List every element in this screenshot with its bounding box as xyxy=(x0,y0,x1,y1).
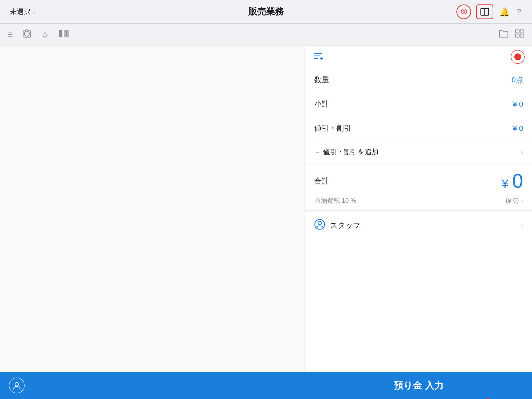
chevron-right-icon: › xyxy=(521,148,523,156)
svg-rect-9 xyxy=(66,30,67,37)
list-view-icon[interactable]: ≡ xyxy=(7,29,13,40)
header-left: 未選択 ⌄ xyxy=(10,7,36,17)
barcode-icon[interactable] xyxy=(58,29,70,40)
svg-rect-10 xyxy=(67,30,68,37)
discount-label: 値引・割引 xyxy=(314,123,351,133)
staff-row[interactable]: スタッフ › xyxy=(305,212,532,239)
staff-label: スタッフ xyxy=(330,220,361,231)
staff-chevron-icon: › xyxy=(521,222,523,230)
user-icon xyxy=(9,378,25,393)
grid-view-icon[interactable] xyxy=(515,29,525,40)
svg-rect-13 xyxy=(520,30,524,33)
tax-chevron-icon: › xyxy=(521,197,523,205)
discount-row: 値引・割引 ¥ 0 xyxy=(305,116,532,140)
notification-button[interactable]: 🔔 xyxy=(498,6,511,18)
toolbar-left: ≡ ☆ xyxy=(7,29,499,40)
discount-value: ¥ 0 xyxy=(513,124,523,133)
order-panel: 数量 0点 小計 ¥ 0 値引・割引 ¥ 0 － 値引・割引を追加 › 合計 ¥… xyxy=(305,46,532,372)
pay-label: 預り金 入力 xyxy=(394,379,444,392)
total-row: 合計 ¥ 0 xyxy=(305,164,532,195)
toolbar-right xyxy=(499,29,525,40)
chevron-down-icon: ⌄ xyxy=(32,9,36,15)
svg-rect-4 xyxy=(60,30,61,37)
product-toolbar: ≡ ☆ xyxy=(0,24,532,46)
svg-rect-6 xyxy=(63,30,63,37)
yen-symbol: ¥ xyxy=(502,177,508,190)
subtotal-label: 小計 xyxy=(314,99,329,109)
page-title: 販売業務 xyxy=(248,6,284,18)
unselected-label: 未選択 xyxy=(10,7,31,17)
svg-rect-8 xyxy=(65,30,66,37)
svg-rect-7 xyxy=(64,30,65,37)
favorites-icon[interactable]: ☆ xyxy=(41,29,49,40)
svg-rect-11 xyxy=(68,30,69,37)
quantity-row: 数量 0点 xyxy=(305,68,532,92)
total-label: 合計 xyxy=(314,176,329,186)
order-toolbar xyxy=(305,46,532,68)
main-container: 数量 0点 小計 ¥ 0 値引・割引 ¥ 0 － 値引・割引を追加 › 合計 ¥… xyxy=(0,46,532,372)
product-list-panel xyxy=(0,46,305,372)
quantity-label: 数量 xyxy=(314,75,329,85)
record-dot xyxy=(514,53,521,60)
badge-1-circle: ① xyxy=(456,4,471,19)
total-number: 0 xyxy=(512,170,523,192)
section-divider xyxy=(305,209,532,212)
svg-point-22 xyxy=(318,221,321,225)
svg-point-2 xyxy=(24,31,29,36)
tax-row[interactable]: 内消費税 10 % (¥ 0) › xyxy=(305,195,532,209)
svg-rect-15 xyxy=(520,34,524,37)
staff-person-icon xyxy=(314,219,325,232)
filter-icon[interactable] xyxy=(313,51,324,62)
total-value: ¥ 0 xyxy=(502,170,523,192)
folder-icon[interactable] xyxy=(499,29,509,40)
help-button[interactable]: ? xyxy=(515,6,522,17)
pay-button[interactable]: 預り金 入力 xyxy=(305,372,532,399)
customer-area[interactable] xyxy=(0,372,305,399)
add-discount-button[interactable]: － 値引・割引を追加 › xyxy=(305,140,532,164)
subtotal-value: ¥ 0 xyxy=(513,100,523,108)
subtotal-row: 小計 ¥ 0 xyxy=(305,92,532,116)
payment-bar: 預り金 入力 xyxy=(0,372,532,399)
staff-left: スタッフ xyxy=(314,219,361,232)
svg-rect-5 xyxy=(61,30,62,37)
add-discount-label: － 値引・割引を追加 xyxy=(314,147,379,157)
screen-layout-button[interactable] xyxy=(476,4,493,19)
record-button[interactable] xyxy=(511,50,525,64)
header: 未選択 ⌄ 販売業務 ① 🔔 ? xyxy=(0,0,532,24)
header-right: ① 🔔 ? xyxy=(456,4,522,19)
svg-rect-3 xyxy=(59,30,60,37)
svg-rect-14 xyxy=(515,34,519,37)
tax-label: 内消費税 10 % xyxy=(314,196,356,205)
camera-icon[interactable] xyxy=(22,29,32,40)
quantity-value: 0点 xyxy=(512,75,523,85)
tax-value: (¥ 0) xyxy=(506,197,519,204)
unselected-selector[interactable]: 未選択 ⌄ xyxy=(10,7,36,17)
order-summary: 数量 0点 小計 ¥ 0 値引・割引 ¥ 0 － 値引・割引を追加 › 合計 ¥… xyxy=(305,68,532,372)
svg-point-23 xyxy=(15,382,18,386)
svg-rect-12 xyxy=(515,30,519,33)
